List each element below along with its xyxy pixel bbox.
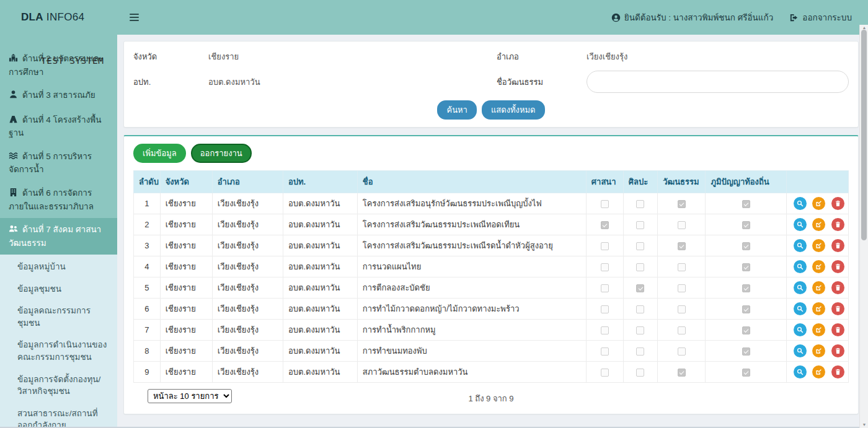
delete-button[interactable] (831, 239, 844, 252)
culture-checkbox (678, 347, 686, 356)
delete-button[interactable] (831, 281, 844, 294)
row-org: อบต.ดงมหาวัน (283, 256, 357, 277)
wisdom-checkbox (742, 200, 750, 208)
sidebar-item-2[interactable]: ด้านที่ 3 สาธารณภัย (0, 84, 117, 108)
delete-button[interactable] (831, 323, 844, 336)
show-all-button[interactable]: แสดงทั้งหมด (482, 100, 545, 120)
edit-button[interactable] (812, 197, 825, 210)
sidebar-item-label: ด้านที่ 4 โครงสร้างพื้นฐาน (9, 115, 101, 138)
delete-button[interactable] (831, 344, 844, 357)
logout-button[interactable]: ออกจากระบบ (789, 11, 852, 24)
table-row: 1 เชียงราย เวียงเชียงรุ้ง อบต.ดงมหาวัน โ… (134, 193, 849, 214)
sidebar-subitem-5[interactable]: ข้อมูลการจัดตั้งกองทุน/วิสาหกิจชุมชน (0, 369, 117, 403)
row-name: โครงการส่งเสริมวัฒนธรรมประเพณีรดน้ำดำหัว… (357, 235, 586, 256)
column-header: ลำดับ (134, 171, 161, 193)
water-icon (9, 151, 18, 164)
vertical-scrollbar[interactable]: ▲ ▼ (859, 25, 868, 428)
wisdom-checkbox (742, 284, 750, 292)
sidebar: ด้านที่ 2 นวัตกรรมและการศึกษา ด้านที่ 3 … (0, 35, 117, 428)
edit-button[interactable] (812, 365, 825, 378)
row-district: เวียงเชียงรุ้ง (212, 277, 283, 299)
delete-button[interactable] (831, 302, 844, 315)
sidebar-subitem-2[interactable]: ข้อมูลชุมชน (0, 278, 117, 300)
logout-icon (789, 13, 799, 22)
table-row: 3 เชียงราย เวียงเชียงรุ้ง อบต.ดงมหาวัน โ… (134, 235, 849, 256)
row-district: เวียงเชียงรุ้ง (212, 193, 283, 214)
sidebar-subitem-1[interactable]: ข้อมูลหมู่บ้าน (0, 256, 117, 278)
edit-button[interactable] (812, 302, 825, 315)
column-header: อำเภอ (212, 171, 283, 193)
art-checkbox (636, 221, 644, 229)
row-district: เวียงเชียงรุ้ง (212, 256, 283, 277)
sidebar-item-label: ด้านที่ 5 การบริหารจัดการน้ำ (9, 152, 92, 175)
scrollbar-thumb[interactable] (861, 30, 867, 240)
sidebar-item-3[interactable]: ด้านที่ 4 โครงสร้างพื้นฐาน (0, 108, 117, 145)
search-button[interactable]: ค้นหา (437, 100, 476, 120)
row-district: เวียงเชียงรุ้ง (212, 320, 283, 341)
table-row: 4 เชียงราย เวียงเชียงรุ้ง อบต.ดงมหาวัน ก… (134, 256, 849, 277)
row-name: โครงการส่งเสริมวัฒนธรรมประเพณีทอดเทียน (357, 214, 586, 235)
edit-button[interactable] (812, 323, 825, 336)
wisdom-checkbox (742, 326, 750, 334)
row-number: 9 (134, 362, 161, 383)
table-row: 8 เชียงราย เวียงเชียงรุ้ง อบต.ดงมหาวัน ก… (134, 341, 849, 362)
culture-name-input[interactable] (587, 71, 849, 93)
sidebar-subitem-3[interactable]: ข้อมูลคณะกรรมการชุมชน (0, 300, 117, 334)
view-button[interactable] (794, 260, 807, 273)
view-button[interactable] (794, 365, 807, 378)
culture-checkbox (678, 200, 686, 208)
religion-checkbox (601, 200, 609, 208)
view-button[interactable] (794, 302, 807, 315)
row-province: เชียงราย (160, 214, 212, 235)
view-button[interactable] (794, 218, 807, 231)
sidebar-subitem-4[interactable]: ข้อมูลการดำเนินงานของคณะกรรมการชุมชน (0, 334, 117, 368)
sidebar-menu: ด้านที่ 2 นวัตกรรมและการศึกษา ด้านที่ 3 … (0, 35, 117, 428)
row-province: เชียงราย (160, 193, 212, 214)
wisdom-checkbox (742, 305, 750, 313)
culture-checkbox (678, 369, 686, 377)
religion-checkbox (601, 284, 609, 292)
delete-button[interactable] (831, 218, 844, 231)
edit-button[interactable] (812, 260, 825, 273)
column-header: อปท. (283, 171, 357, 193)
top-navbar: DLA INFO64 ยินดีต้อนรับ : นางสาวพิมพ์ชนก… (0, 0, 868, 35)
row-district: เวียงเชียงรุ้ง (212, 235, 283, 256)
edit-button[interactable] (812, 344, 825, 357)
column-header: ชื่อ (357, 171, 586, 193)
app-logo: DLA INFO64 (0, 11, 117, 24)
scrollbar-down-arrow[interactable]: ▼ (860, 422, 868, 427)
table-header-row: ลำดับจังหวัดอำเภออปท.ชื่อศาสนาศิลปะวัฒนธ… (134, 171, 849, 193)
culture-name-label: ชื่อวัฒนธรรม (497, 76, 587, 89)
sidebar-item-5[interactable]: ด้านที่ 6 การจัดการภายในและธรรมาภิบาล (0, 181, 117, 218)
view-button[interactable] (794, 239, 807, 252)
row-org: อบต.ดงมหาวัน (283, 362, 357, 383)
view-button[interactable] (794, 344, 807, 357)
delete-button[interactable] (831, 197, 844, 210)
delete-button[interactable] (831, 260, 844, 273)
view-button[interactable] (794, 281, 807, 294)
edit-button[interactable] (812, 218, 825, 231)
sidebar-item-4[interactable]: ด้านที่ 5 การบริหารจัดการน้ำ (0, 145, 117, 181)
edit-button[interactable] (812, 239, 825, 252)
sidebar-item-6[interactable]: ด้านที่ 7 สังคม ศาสนา วัฒนธรรม (0, 218, 117, 255)
edit-button[interactable] (812, 281, 825, 294)
religion-checkbox (601, 221, 609, 229)
row-province: เชียงราย (160, 235, 212, 256)
art-checkbox (636, 369, 644, 377)
sidebar-subitem-6[interactable]: สวนสาธารณะ/สถานที่ออกกำลังกาย (0, 403, 117, 428)
results-panel: เพิ่มข้อมูล ออกรายงาน ลำดับจังหวัดอำเภออ… (123, 135, 859, 414)
column-header: ศิลปะ (623, 171, 657, 193)
scrollbar-up-arrow[interactable]: ▲ (860, 25, 868, 30)
export-report-button[interactable]: ออกรายงาน (191, 144, 252, 163)
user-menu[interactable]: ยินดีต้อนรับ : นางสาวพิมพ์ชนก ศรีอิ่นแก้… (611, 11, 774, 24)
wisdom-checkbox (742, 221, 750, 229)
view-button[interactable] (794, 323, 807, 336)
row-org: อบต.ดงมหาวัน (283, 320, 357, 341)
table-row: 5 เชียงราย เวียงเชียงรุ้ง อบต.ดงมหาวัน ก… (134, 277, 849, 299)
add-data-button[interactable]: เพิ่มข้อมูล (133, 144, 186, 163)
row-province: เชียงราย (160, 341, 212, 362)
view-button[interactable] (794, 197, 807, 210)
menu-toggle-button[interactable] (127, 9, 141, 25)
delete-button[interactable] (831, 365, 844, 378)
table-body: 1 เชียงราย เวียงเชียงรุ้ง อบต.ดงมหาวัน โ… (134, 193, 849, 383)
